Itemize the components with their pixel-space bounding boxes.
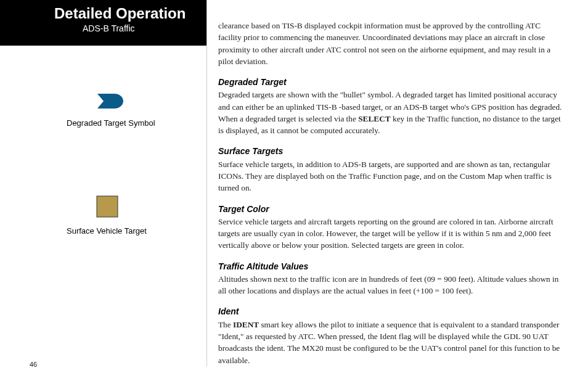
legend-degraded-caption: Degraded Target Symbol xyxy=(67,118,197,128)
text-span: smart key allows the pilot to initiate a… xyxy=(218,320,560,365)
legend-column: Degraded Target Symbol Surface Vehicle T… xyxy=(37,92,197,303)
heading-target-color: Target Color xyxy=(218,203,563,215)
text-span: The xyxy=(218,320,233,329)
paragraph-surface-targets: Surface vehicle targets, in addition to … xyxy=(218,158,563,194)
legend-surface-vehicle: Surface Vehicle Target xyxy=(37,195,197,236)
intro-paragraph: clearance based on TIS-B displayed cockp… xyxy=(218,20,563,67)
bullet-icon xyxy=(96,92,197,112)
svg-rect-0 xyxy=(97,196,118,217)
header-block: Detailed Operation ADS-B Traffic xyxy=(0,0,206,46)
paragraph-traffic-altitude: Altitudes shown next to the traffic icon… xyxy=(218,273,563,297)
page-root: Detailed Operation ADS-B Traffic Degrade… xyxy=(0,0,588,381)
main-content: clearance based on TIS-B displayed cockp… xyxy=(218,20,563,375)
heading-degraded-target: Degraded Target xyxy=(218,76,563,88)
paragraph-target-color: Service vehicle targets and aircraft tar… xyxy=(218,216,563,252)
legend-degraded-target: Degraded Target Symbol xyxy=(37,92,197,128)
select-key-label: SELECT xyxy=(358,114,390,123)
page-subtitle: ADS-B Traffic xyxy=(0,22,206,33)
tan-square-icon xyxy=(96,195,197,220)
heading-traffic-altitude: Traffic Altitude Values xyxy=(218,260,563,272)
ident-key-label: IDENT xyxy=(233,320,259,329)
page-title: Detailed Operation xyxy=(0,0,206,22)
heading-ident: Ident xyxy=(218,305,563,318)
page-number: 46 xyxy=(30,361,37,368)
legend-surface-caption: Surface Vehicle Target xyxy=(67,226,197,236)
column-divider xyxy=(206,0,207,367)
paragraph-degraded-target: Degraded targets are shown with the "bul… xyxy=(218,89,563,136)
heading-surface-targets: Surface Targets xyxy=(218,145,563,157)
paragraph-ident: The IDENT smart key allows the pilot to … xyxy=(218,319,563,366)
